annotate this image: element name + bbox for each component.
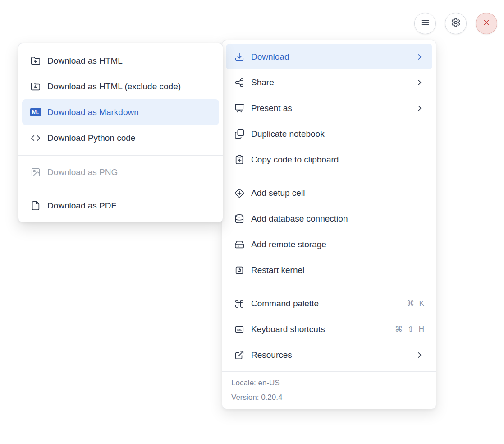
download-submenu: Download as HTMLDownload as HTML (exclud…: [18, 43, 223, 222]
menu-group: Download as PNG: [18, 156, 223, 189]
menu-item-download-as-png: Download as PNG: [22, 159, 219, 185]
menu-item-keyboard-shortcuts[interactable]: Keyboard shortcuts⌘ ⇧ H: [226, 316, 432, 342]
menu-item-label: Present as: [251, 103, 292, 113]
menu-item-present-as[interactable]: Present as: [226, 95, 432, 121]
file-icon: [30, 200, 41, 211]
code-icon: [30, 133, 41, 143]
database-icon: [234, 213, 245, 224]
menu-item-download-as-html[interactable]: Download as HTML: [22, 48, 219, 74]
folder-down-icon: [30, 56, 41, 66]
menu-item-label: Copy code to clipboard: [251, 155, 339, 165]
menu-group: Download as HTMLDownload as HTML (exclud…: [18, 43, 223, 155]
menu-item-label: Duplicate notebook: [251, 129, 325, 139]
close-button[interactable]: [476, 13, 497, 34]
hamburger-menu-icon: [420, 18, 430, 29]
menu-item-add-database-connection[interactable]: Add database connection: [226, 206, 432, 231]
diamond-plus-icon: [234, 188, 245, 199]
menu-item-resources[interactable]: Resources: [226, 342, 432, 368]
menu-item-label: Add remote storage: [251, 240, 326, 250]
menu-item-copy-code-to-clipboard[interactable]: Copy code to clipboard: [226, 147, 432, 172]
gear-icon: [451, 18, 461, 29]
share-icon: [234, 77, 245, 88]
copy-icon: [234, 129, 245, 139]
command-icon: [234, 298, 245, 309]
presentation-icon: [234, 103, 245, 114]
menu-item-download-python-code[interactable]: Download Python code: [22, 125, 219, 151]
menu-item-download-as-pdf[interactable]: Download as PDF: [22, 193, 219, 218]
menu-item-label: Add setup cell: [251, 188, 305, 198]
menu-footer: Locale: en-US Version: 0.20.4: [222, 372, 436, 409]
hard-drive-icon: [234, 239, 245, 250]
markdown-badge-icon: M↓: [30, 107, 41, 118]
menu-groups: DownloadSharePresent asDuplicate noteboo…: [222, 40, 436, 371]
menu-item-label: Download as PNG: [47, 167, 118, 177]
close-icon: [481, 18, 491, 29]
menu-group: DownloadSharePresent asDuplicate noteboo…: [222, 40, 436, 176]
menu-item-download[interactable]: Download: [226, 44, 432, 69]
version-text: Version: 0.20.4: [231, 390, 427, 405]
menu-item-label: Share: [251, 78, 274, 88]
page-top-border: [0, 1, 504, 1]
chevron-right-icon: [415, 78, 424, 87]
menu-item-label: Download as Markdown: [47, 107, 139, 117]
menu-item-add-setup-cell[interactable]: Add setup cell: [226, 180, 432, 206]
menu-item-label: Download as HTML: [47, 56, 123, 66]
submenu-groups: Download as HTMLDownload as HTML (exclud…: [18, 43, 223, 222]
menu-item-label: Resources: [251, 350, 292, 360]
chevron-right-icon: [415, 104, 424, 113]
menu-item-label: Download Python code: [47, 133, 135, 143]
notebook-actions-menu: DownloadSharePresent asDuplicate noteboo…: [222, 40, 436, 409]
folder-down-icon: [30, 81, 41, 92]
menu-item-label: Keyboard shortcuts: [251, 324, 325, 334]
keyboard-shortcut-hint: ⌘ ⇧ H: [395, 324, 424, 334]
keyboard-icon: [234, 324, 245, 335]
locale-text: Locale: en-US: [231, 376, 427, 390]
chevron-right-icon: [415, 351, 424, 360]
chevron-right-icon: [415, 52, 424, 61]
menu-item-label: Download: [251, 52, 289, 62]
menu-item-share[interactable]: Share: [226, 69, 432, 95]
menu-group: Command palette⌘ KKeyboard shortcuts⌘ ⇧ …: [222, 287, 436, 371]
clipboard-copy-icon: [234, 154, 245, 165]
power-square-icon: [234, 265, 245, 276]
menu-item-label: Restart kernel: [251, 265, 304, 275]
menu-item-label: Command palette: [251, 299, 319, 309]
menu-item-add-remote-storage[interactable]: Add remote storage: [226, 231, 432, 257]
menu-item-restart-kernel[interactable]: Restart kernel: [226, 257, 432, 283]
keyboard-shortcut-hint: ⌘ K: [407, 299, 424, 308]
external-link-icon: [234, 350, 245, 361]
menu-item-duplicate-notebook[interactable]: Duplicate notebook: [226, 121, 432, 147]
markdown-badge-icon: M↓: [30, 108, 41, 116]
download-icon: [234, 51, 245, 62]
settings-button[interactable]: [445, 13, 467, 34]
background-rule-line: [0, 59, 18, 59]
menu-item-command-palette[interactable]: Command palette⌘ K: [226, 291, 432, 316]
menu-button[interactable]: [414, 13, 436, 34]
menu-group: Download as PDF: [18, 189, 223, 222]
menu-item-download-as-html-exclude-code[interactable]: Download as HTML (exclude code): [22, 74, 219, 99]
background-rule-line: [0, 90, 18, 90]
menu-item-label: Download as PDF: [47, 201, 116, 211]
menu-item-download-as-markdown[interactable]: M↓Download as Markdown: [22, 99, 219, 125]
menu-item-label: Download as HTML (exclude code): [47, 82, 181, 92]
image-icon: [30, 167, 41, 178]
menu-group: Add setup cellAdd database connectionAdd…: [222, 176, 436, 287]
menu-item-label: Add database connection: [251, 214, 348, 224]
